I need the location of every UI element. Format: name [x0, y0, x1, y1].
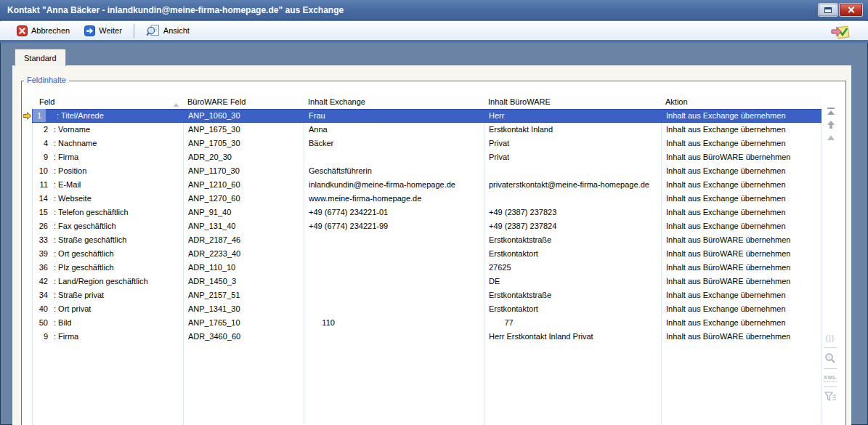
- weiter-button[interactable]: Weiter: [79, 23, 127, 39]
- field-label: : Straße privat: [54, 291, 104, 299]
- search-magnifier-icon[interactable]: [824, 352, 836, 364]
- contact-sync-icon: [831, 24, 851, 42]
- ansicht-button[interactable]: Ansicht: [141, 23, 195, 39]
- table-row[interactable]: 50: BildANP_1765_10 110 77Inhalt aus Exc…: [22, 316, 822, 330]
- cell-aktion: Inhalt aus Exchange übernehmen: [661, 316, 822, 330]
- table-row[interactable]: 11: E-MailANP_1210_60inlandkundin@meine-…: [22, 178, 822, 192]
- cell-aktion: Inhalt aus Exchange übernehmen: [661, 178, 822, 192]
- cell-feld: 11: E-Mail: [32, 178, 183, 192]
- table-row[interactable]: 10: PositionANP_1170_30Geschäftsführerin…: [22, 164, 822, 178]
- cell-inhalt-bueroware: 77: [484, 316, 661, 330]
- filter-icon[interactable]: [824, 392, 837, 402]
- cell-inhalt-bueroware: Herr: [484, 109, 661, 123]
- cell-inhalt-exchange: +49 (6774) 234221-01: [304, 206, 484, 219]
- preview-magnifier-icon: [146, 25, 160, 36]
- table-tools-strip: (|) XML: [821, 334, 840, 402]
- cell-inhalt-bueroware: 27625: [484, 261, 661, 275]
- field-label: : Bild: [54, 318, 71, 327]
- cell-inhalt-bueroware: Privat: [484, 137, 661, 150]
- cell-bueroware-feld: ANP_91_40: [183, 206, 304, 219]
- table-row[interactable]: 9: FirmaADR_20_30PrivatInhalt aus BüroWA…: [22, 150, 822, 164]
- cell-aktion: Inhalt aus BüroWARE übernehmen: [661, 261, 822, 275]
- cell-inhalt-bueroware: Privat: [484, 150, 661, 164]
- table-row[interactable]: 9: FirmaADR_3460_60Herr Erstkontakt Inla…: [22, 330, 822, 344]
- close-button[interactable]: [840, 4, 862, 16]
- scroll-to-top-icon[interactable]: [827, 108, 835, 116]
- cell-inhalt-bueroware: privaterstkontakt@meine-firma-homepage.d…: [484, 178, 661, 192]
- header-inhalt-bueroware[interactable]: Inhalt BüroWARE: [484, 95, 661, 109]
- cell-inhalt-bueroware: Erstkontakt Inland: [484, 123, 661, 137]
- cell-inhalt-exchange: [304, 275, 484, 288]
- cell-inhalt-exchange: Bäcker: [304, 137, 484, 150]
- cell-feld: 4: Nachname: [32, 137, 183, 150]
- field-number: 42: [32, 275, 51, 288]
- header-inhalt-exchange[interactable]: Inhalt Exchange: [304, 95, 484, 109]
- cell-feld: 14: Webseite: [32, 192, 183, 206]
- table-row[interactable]: 33: Straße geschäftlichADR_2187_46Erstko…: [22, 233, 822, 247]
- dialog-window: Kontakt "Anna Bäcker - inlandkundin@mein…: [0, 0, 868, 425]
- header-aktion[interactable]: Aktion: [661, 95, 822, 109]
- window-title: Kontakt "Anna Bäcker - inlandkundin@mein…: [7, 0, 344, 20]
- row-gutter: [22, 330, 32, 344]
- row-gutter: [22, 109, 32, 123]
- row-gutter: [22, 192, 32, 206]
- tab-standard-label: Standard: [24, 54, 57, 62]
- close-icon: [848, 7, 854, 13]
- cell-feld: 10: Position: [32, 164, 183, 178]
- table-row[interactable]: 26: Fax geschäftlichANP_131_40+49 (6774)…: [22, 219, 822, 233]
- move-up-inactive-icon[interactable]: [827, 134, 835, 141]
- cell-bueroware-feld: ANP_1210_60: [183, 178, 304, 192]
- cell-inhalt-bueroware: Erstkontaktort: [484, 247, 661, 261]
- field-number: 50: [32, 316, 51, 329]
- cell-bueroware-feld: ANP_1705_30: [183, 137, 304, 150]
- field-number: 10: [32, 164, 51, 177]
- cell-inhalt-exchange: [304, 330, 484, 344]
- row-gutter: [22, 233, 32, 247]
- brackets-icon[interactable]: (|): [826, 334, 835, 343]
- cell-aktion: Inhalt aus BüroWARE übernehmen: [661, 150, 822, 164]
- cell-inhalt-exchange: Anna: [304, 123, 484, 137]
- field-number: 4: [32, 137, 51, 150]
- field-label: : Plz geschäftlich: [54, 263, 114, 272]
- table-row[interactable]: 4: NachnameANP_1705_30BäckerPrivatInhalt…: [22, 137, 822, 150]
- header-bueroware-feld[interactable]: BüroWARE Feld: [183, 95, 304, 109]
- table-row[interactable]: 39: Ort geschäftlichADR_2233_40Erstkonta…: [22, 247, 822, 261]
- cell-aktion: Inhalt aus Exchange übernehmen: [661, 164, 822, 178]
- table-row[interactable]: 15: Telefon geschäftlichANP_91_40+49 (67…: [22, 206, 822, 219]
- field-number: 26: [32, 219, 51, 232]
- tab-standard[interactable]: Standard: [15, 49, 66, 66]
- restore-button[interactable]: [819, 4, 837, 16]
- field-number: 39: [32, 247, 51, 260]
- cell-feld: 1: Titel/Anrede: [32, 109, 183, 123]
- cell-aktion: Inhalt aus BüroWARE übernehmen: [661, 330, 822, 344]
- cell-aktion: Inhalt aus Exchange übernehmen: [661, 206, 822, 219]
- table-row[interactable]: 2: VornameANP_1675_30AnnaErstkontakt Inl…: [22, 123, 822, 137]
- header-feld[interactable]: Feld: [32, 95, 183, 109]
- cell-inhalt-exchange: +49 (6774) 234221-99: [304, 219, 484, 233]
- row-gutter: [22, 219, 32, 233]
- cancel-red-x-icon: [17, 25, 28, 36]
- abbrechen-button[interactable]: Abbrechen: [12, 23, 75, 39]
- xml-export-icon[interactable]: XML: [824, 373, 837, 382]
- cell-aktion: Inhalt aus Exchange übernehmen: [661, 302, 822, 316]
- row-gutter: [22, 178, 32, 192]
- row-move-strip: [823, 108, 839, 141]
- strip-divider: [824, 386, 837, 387]
- cell-bueroware-feld: ANP_131_40: [183, 219, 304, 233]
- field-number: 1: [33, 109, 46, 122]
- cell-feld: 9: Firma: [32, 330, 183, 344]
- field-number: 36: [32, 261, 51, 274]
- table-row[interactable]: 42: Land/Region geschäftlichADR_1450_3DE…: [22, 275, 822, 288]
- row-gutter: [22, 288, 32, 302]
- table-row[interactable]: 1: Titel/AnredeANP_1060_30FrauHerrInhalt…: [22, 109, 822, 123]
- field-number: 33: [32, 233, 51, 246]
- field-label: : Ort privat: [54, 304, 91, 313]
- row-gutter: [22, 302, 32, 316]
- move-up-icon[interactable]: [827, 121, 835, 129]
- cell-feld: 36: Plz geschäftlich: [32, 261, 183, 275]
- table-row[interactable]: 40: Ort privatANP_1341_30ErstkontaktortI…: [22, 302, 822, 316]
- table-row[interactable]: 14: WebseiteANP_1270_60www.meine-firma-h…: [22, 192, 822, 206]
- cell-inhalt-bueroware: Erstkontaktstraße: [484, 288, 661, 302]
- table-row[interactable]: 36: Plz geschäftlichADR_110_1027625Inhal…: [22, 261, 822, 275]
- table-row[interactable]: 34: Straße privatANP_2157_51Erstkontakts…: [22, 288, 822, 302]
